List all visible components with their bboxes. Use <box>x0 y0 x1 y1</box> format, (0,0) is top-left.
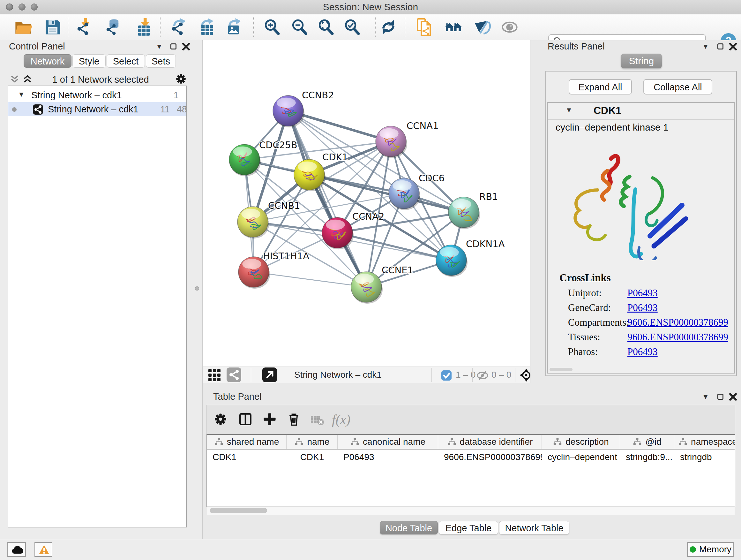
hide-selected-icon[interactable] <box>473 18 491 37</box>
table-settings-gear-icon[interactable] <box>212 411 228 427</box>
network-row-selected[interactable]: String Network – cdk1 11 48 <box>8 102 186 116</box>
expand-all-button[interactable]: Expand All <box>569 79 632 95</box>
network-view-title: String Network – cdk1 <box>294 367 382 383</box>
cloud-button[interactable] <box>7 542 26 557</box>
crosslink-link[interactable]: 9606.ENSP00000378699 <box>627 317 728 328</box>
birdseye-grid-icon[interactable] <box>208 368 221 382</box>
table-scrollbar[interactable] <box>207 506 735 515</box>
column-header-namespace[interactable]: namespace <box>674 435 735 449</box>
collapse-all-chevron-icon[interactable] <box>8 73 21 85</box>
tab-edge-table[interactable]: Edge Table <box>439 521 498 535</box>
crosslink-link[interactable]: P06493 <box>627 302 658 314</box>
delete-column-trash-icon[interactable] <box>286 411 302 427</box>
export-table-icon[interactable] <box>197 18 216 37</box>
column-header-database-identifier[interactable]: database identifier <box>438 435 542 449</box>
collapse-all-button[interactable]: Collapse All <box>643 79 712 95</box>
table-cell[interactable]: CDK1 <box>286 450 338 464</box>
open-session-icon[interactable] <box>14 18 32 37</box>
zoom-fit-icon[interactable] <box>317 18 335 37</box>
control-panel-close-icon[interactable] <box>182 43 190 51</box>
zoom-selected-icon[interactable] <box>343 18 361 37</box>
crosslink-link[interactable]: P06493 <box>627 346 658 358</box>
export-image-icon[interactable] <box>225 18 243 37</box>
table-cell[interactable]: stringdb <box>674 450 735 464</box>
column-header--id[interactable]: @id <box>620 435 674 449</box>
hidden-eye-slash-icon <box>476 370 489 381</box>
column-header-description[interactable]: description <box>542 435 620 449</box>
show-all-icon[interactable] <box>500 18 519 37</box>
tab-network[interactable]: Network <box>23 54 71 68</box>
protein-structure-image <box>557 142 694 260</box>
gene-collapse-icon[interactable]: ▼ <box>565 105 572 115</box>
table-panel-close-icon[interactable] <box>729 393 737 401</box>
tab-network-table[interactable]: Network Table <box>499 521 569 535</box>
results-tab-string[interactable]: String <box>621 54 662 68</box>
warning-button[interactable] <box>35 542 52 557</box>
node-label-HIST1H1A: HIST1H1A <box>263 251 309 261</box>
export-network-icon[interactable] <box>170 18 188 37</box>
table-cell[interactable]: CDK1 <box>207 450 286 464</box>
results-panel-collapse-icon[interactable]: ▼ <box>702 42 709 51</box>
network-node-CCNE1[interactable]: CCNE1 <box>351 265 413 304</box>
selected-checkbox[interactable] <box>441 370 452 381</box>
network-edge[interactable] <box>254 272 366 287</box>
string-home-icon[interactable] <box>444 18 463 37</box>
import-database-icon[interactable] <box>104 18 122 37</box>
control-panel-collapse-icon[interactable]: ▼ <box>156 42 163 51</box>
network-node-RB1[interactable]: RB1 <box>448 191 498 229</box>
table-cell[interactable]: 9606.ENSP00000378699 <box>438 450 542 464</box>
column-header-label: description <box>565 437 609 447</box>
tab-style[interactable]: Style <box>72 54 106 68</box>
network-row-label: String Network – cdk1 <box>48 102 138 116</box>
column-header-label: canonical name <box>363 437 425 447</box>
table-cell[interactable]: stringdb:9... <box>620 450 674 464</box>
string-network-button[interactable] <box>226 368 241 382</box>
show-columns-icon[interactable] <box>238 411 253 427</box>
control-panel-float-icon[interactable] <box>171 44 177 50</box>
column-header-label: database identifier <box>460 437 533 447</box>
import-string-icon[interactable] <box>415 18 434 37</box>
network-node-CCNA1[interactable]: CCNA1 <box>376 120 439 158</box>
column-header-shared-name[interactable]: shared name <box>207 435 286 449</box>
collection-expand-icon[interactable]: ▼ <box>18 90 25 99</box>
memory-button[interactable]: Memory <box>687 542 734 557</box>
node-label-CDC6: CDC6 <box>419 173 445 184</box>
warning-icon <box>38 544 50 555</box>
gene-section-header[interactable] <box>548 103 734 120</box>
results-scrollbar-thumb[interactable] <box>549 368 572 371</box>
column-header-canonical-name[interactable]: canonical name <box>338 435 438 449</box>
add-column-plus-icon[interactable] <box>262 411 278 427</box>
table-panel-float-icon[interactable] <box>718 394 724 400</box>
sort-hierarchy-icon <box>294 437 304 446</box>
import-network-icon[interactable] <box>75 18 93 37</box>
tab-select[interactable]: Select <box>107 54 145 68</box>
table-panel-collapse-icon[interactable]: ▼ <box>702 392 709 401</box>
save-session-icon[interactable] <box>44 18 62 37</box>
refresh-icon[interactable] <box>379 18 398 37</box>
results-panel-close-icon[interactable] <box>729 43 737 51</box>
network-tree <box>8 85 187 527</box>
table-scrollbar-thumb[interactable] <box>210 508 267 513</box>
tab-node-table[interactable]: Node Table <box>380 521 438 535</box>
table-cell[interactable]: P06493 <box>338 450 438 464</box>
table-row[interactable]: CDK1CDK1P064939606.ENSP00000378699cyclin… <box>207 450 735 464</box>
expand-all-chevron-icon[interactable] <box>21 73 34 85</box>
network-collection-row[interactable]: ▼ String Network – cdk1 1 <box>8 88 186 102</box>
node-label-CCNA2: CCNA2 <box>352 211 384 222</box>
results-panel-float-icon[interactable] <box>718 44 724 50</box>
delete-table-icon <box>310 414 324 427</box>
network-node-CDKN1A[interactable]: CDKN1A <box>436 239 505 277</box>
crosslink-link[interactable]: 9606.ENSP00000378699 <box>627 331 728 343</box>
column-header-name[interactable]: name <box>286 435 338 449</box>
zoom-in-icon[interactable] <box>263 18 281 37</box>
left-splitter-handle[interactable] <box>195 287 199 291</box>
table-cell[interactable]: cyclin–dependent ... <box>542 450 620 464</box>
toolbar-group-separator <box>375 17 376 37</box>
import-table-icon[interactable] <box>135 18 153 37</box>
tab-sets[interactable]: Sets <box>146 54 176 68</box>
zoom-out-icon[interactable] <box>290 18 309 37</box>
network-node-HIST1H1A[interactable]: HIST1H1A <box>239 251 309 289</box>
crosslink-link[interactable]: P06493 <box>627 287 658 299</box>
network-options-gear-icon[interactable] <box>174 72 188 85</box>
open-in-new-icon[interactable] <box>262 368 277 382</box>
